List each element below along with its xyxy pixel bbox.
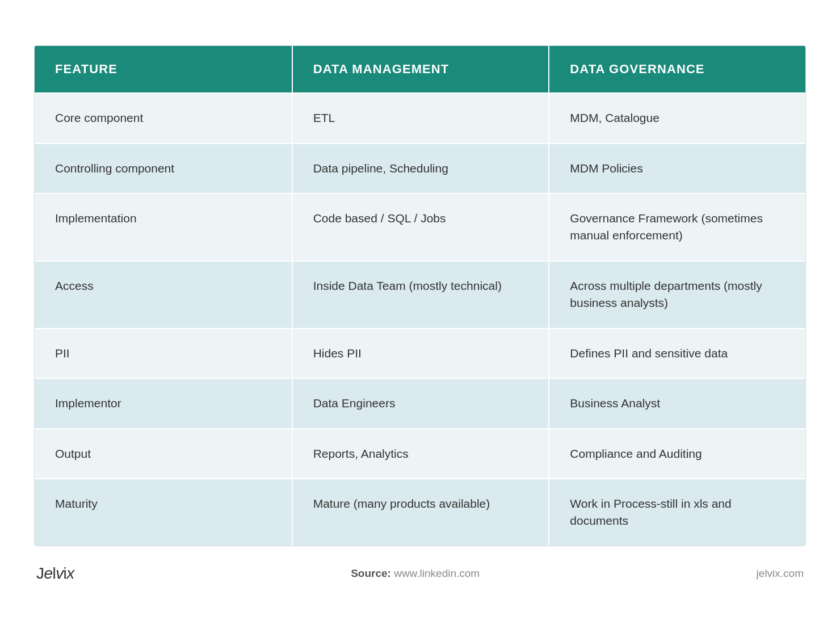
cell-feature: Implementation [35,193,292,260]
source-label: Source: [351,567,391,579]
cell-data-management: Inside Data Team (mostly technical) [292,260,549,328]
cell-data-management: ETL [292,92,549,142]
table-header: FEATURE DATA MANAGEMENT DATA GOVERNANCE [35,46,805,92]
table-row: PIIHides PIIDefines PII and sensitive da… [35,328,805,378]
cell-data-management: Reports, Analytics [292,428,549,478]
cell-data-governance: Defines PII and sensitive data [548,328,805,378]
page-wrapper: FEATURE DATA MANAGEMENT DATA GOVERNANCE … [34,45,806,583]
cell-feature: Core component [35,92,292,142]
cell-data-management: Code based / SQL / Jobs [292,193,549,260]
table-row: Core componentETLMDM, Catalogue [35,92,805,142]
cell-feature: Output [35,428,292,478]
cell-data-governance: MDM Policies [548,143,805,193]
footer-source: Source: www.linkedin.com [351,567,480,580]
cell-data-management: Mature (many products available) [292,478,549,546]
cell-feature: PII [35,328,292,378]
brand-logo: Jelvix [36,564,74,583]
cell-data-management: Data Engineers [292,378,549,428]
cell-data-management: Data pipeline, Scheduling [292,143,549,193]
footer-website: jelvix.com [757,567,804,580]
source-url: www.linkedin.com [394,567,480,579]
table-row: MaturityMature (many products available)… [35,478,805,546]
cell-data-governance: Compliance and Auditing [548,428,805,478]
footer: Jelvix Source: www.linkedin.com jelvix.c… [34,564,806,583]
header-feature: FEATURE [35,46,292,92]
cell-feature: Controlling component [35,143,292,193]
cell-data-management: Hides PII [292,328,549,378]
cell-data-governance: Work in Process-still in xls and documen… [548,478,805,546]
comparison-table: FEATURE DATA MANAGEMENT DATA GOVERNANCE … [34,45,806,546]
cell-feature: Access [35,260,292,328]
cell-data-governance: Across multiple departments (mostly busi… [548,260,805,328]
table-row: OutputReports, AnalyticsCompliance and A… [35,428,805,478]
table-body: Core componentETLMDM, CatalogueControlli… [35,92,805,546]
table-row: AccessInside Data Team (mostly technical… [35,260,805,328]
cell-data-governance: Governance Framework (sometimes manual e… [548,193,805,260]
header-data-governance: DATA GOVERNANCE [548,46,805,92]
header-data-management: DATA MANAGEMENT [292,46,549,92]
table-row: ImplementorData EngineersBusiness Analys… [35,378,805,428]
cell-data-governance: Business Analyst [548,378,805,428]
cell-feature: Implementor [35,378,292,428]
cell-data-governance: MDM, Catalogue [548,92,805,142]
table-row: ImplementationCode based / SQL / JobsGov… [35,193,805,260]
cell-feature: Maturity [35,478,292,546]
table-row: Controlling componentData pipeline, Sche… [35,143,805,193]
